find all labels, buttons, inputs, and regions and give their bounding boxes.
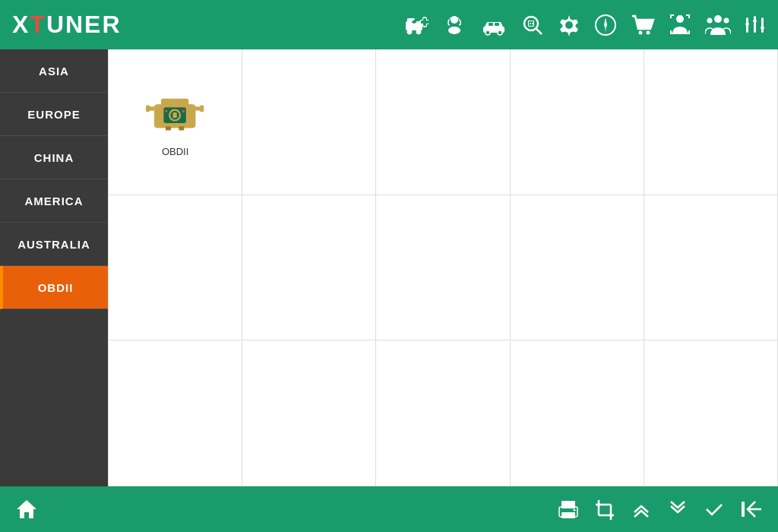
sidebar-item-asia[interactable]: ASIA — [0, 49, 108, 93]
header-icons — [403, 12, 766, 38]
svg-point-2 — [407, 30, 412, 34]
svg-rect-12 — [450, 17, 452, 19]
grid-cell-10[interactable] — [109, 340, 242, 486]
svg-rect-62 — [179, 127, 184, 131]
svg-rect-72 — [609, 514, 612, 517]
svg-rect-51 — [161, 99, 188, 108]
svg-point-15 — [485, 30, 490, 35]
svg-rect-47 — [753, 20, 757, 22]
svg-point-10 — [451, 16, 458, 24]
obdii-cell-label: OBDII — [162, 146, 188, 157]
footer — [0, 486, 778, 532]
svg-rect-18 — [495, 23, 499, 26]
svg-rect-40 — [688, 30, 690, 34]
sidebar: ASIA EUROPE CHINA AMERICA AUSTRALIA OBDI… — [0, 49, 108, 486]
grid-cell-11[interactable] — [242, 340, 376, 486]
svg-point-41 — [714, 15, 722, 23]
main-area: ASIA EUROPE CHINA AMERICA AUSTRALIA OBDI… — [0, 49, 778, 486]
svg-point-31 — [647, 30, 650, 34]
svg-point-16 — [498, 30, 502, 35]
crop-icon[interactable] — [594, 499, 615, 520]
svg-point-3 — [416, 30, 421, 34]
user-scan-icon[interactable] — [669, 13, 691, 37]
grid-cell-9[interactable] — [644, 195, 778, 341]
header: XTUNER — [0, 0, 778, 49]
scroll-down-icon[interactable] — [667, 499, 688, 520]
svg-rect-46 — [754, 16, 756, 33]
obdii-icon — [141, 87, 210, 140]
svg-point-11 — [448, 27, 460, 34]
svg-rect-34 — [670, 14, 672, 18]
svg-point-30 — [639, 30, 643, 34]
sidebar-item-europe[interactable]: EUROPE — [0, 93, 108, 136]
svg-point-60 — [182, 110, 184, 112]
svg-point-66 — [574, 509, 576, 511]
vehicle-diagnosis-icon[interactable] — [403, 12, 429, 38]
search-obd-icon[interactable] — [521, 14, 544, 36]
svg-point-42 — [707, 17, 713, 23]
svg-point-24 — [532, 23, 533, 24]
svg-rect-49 — [761, 27, 764, 29]
svg-rect-17 — [489, 23, 493, 26]
svg-rect-48 — [761, 17, 764, 33]
svg-point-26 — [565, 21, 573, 29]
grid-cell-5[interactable] — [109, 195, 242, 341]
logo-text: XTUNER — [12, 11, 122, 39]
grid-cell-14[interactable] — [644, 340, 778, 486]
svg-rect-36 — [688, 14, 690, 18]
grid-cell-7[interactable] — [376, 195, 510, 341]
logo: XTUNER — [12, 11, 122, 39]
check-icon[interactable] — [704, 499, 725, 520]
footer-right — [558, 498, 763, 521]
svg-rect-53 — [146, 106, 150, 112]
back-icon[interactable] — [740, 498, 763, 521]
grid-cell-2[interactable] — [376, 49, 510, 195]
users-group-icon[interactable] — [705, 14, 731, 36]
grid-cell-8[interactable] — [511, 195, 644, 341]
svg-rect-38 — [670, 30, 672, 34]
print-icon[interactable] — [558, 499, 579, 520]
svg-rect-55 — [200, 106, 204, 112]
svg-rect-58 — [172, 112, 176, 118]
svg-rect-13 — [457, 17, 459, 19]
settings-icon[interactable] — [558, 14, 580, 36]
compass-icon[interactable] — [594, 14, 617, 36]
equalizer-icon[interactable] — [745, 14, 766, 36]
svg-point-59 — [165, 110, 167, 112]
svg-rect-61 — [166, 127, 171, 131]
svg-rect-73 — [742, 502, 745, 517]
grid-cell-13[interactable] — [511, 340, 644, 486]
grid-cell-4[interactable] — [644, 49, 778, 195]
svg-rect-71 — [597, 503, 600, 506]
svg-rect-45 — [745, 23, 749, 25]
svg-rect-9 — [421, 21, 429, 24]
home-icon[interactable] — [15, 498, 38, 521]
grid-cell-1[interactable] — [242, 49, 376, 195]
cart-icon[interactable] — [631, 14, 655, 36]
sidebar-item-obdii[interactable]: OBDII — [0, 266, 108, 309]
car-icon[interactable] — [480, 14, 508, 36]
logo-t: T — [30, 11, 46, 38]
svg-point-32 — [676, 15, 684, 23]
svg-point-43 — [724, 17, 729, 23]
technician-icon[interactable] — [442, 13, 466, 37]
footer-left — [15, 498, 38, 521]
logo-x: X — [12, 11, 30, 38]
grid-cell-6[interactable] — [242, 195, 376, 341]
svg-rect-5 — [412, 21, 416, 23]
sidebar-item-china[interactable]: CHINA — [0, 136, 108, 179]
svg-rect-65 — [561, 512, 575, 518]
content-grid: OBDII — [108, 49, 778, 486]
grid-cell-12[interactable] — [376, 340, 510, 486]
svg-point-23 — [530, 23, 531, 24]
scroll-up-icon[interactable] — [631, 499, 652, 520]
grid-cell-obdii[interactable]: OBDII — [109, 49, 242, 195]
logo-rest: UNER — [46, 11, 122, 38]
sidebar-item-australia[interactable]: AUSTRALIA — [0, 223, 108, 266]
sidebar-item-america[interactable]: AMERICA — [0, 179, 108, 223]
svg-line-20 — [536, 29, 542, 34]
grid-cell-3[interactable] — [511, 49, 644, 195]
